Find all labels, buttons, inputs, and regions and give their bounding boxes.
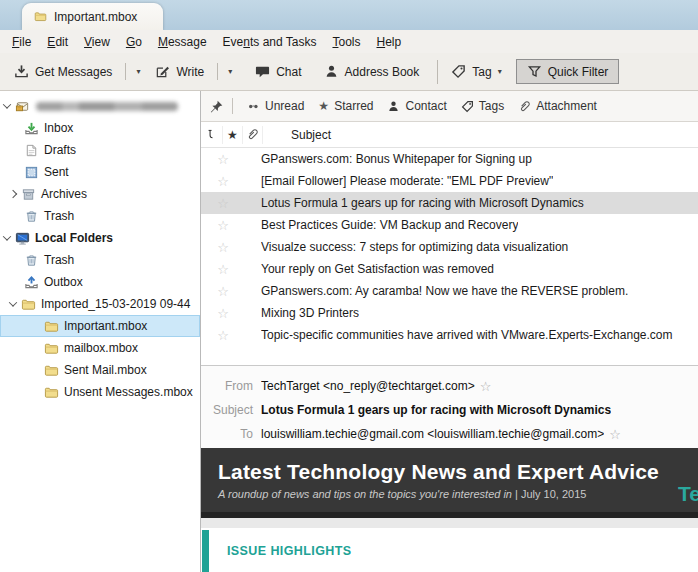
account-name-redacted <box>36 102 178 111</box>
filter-starred[interactable]: ★ Starred <box>318 99 373 113</box>
star-toggle-icon[interactable]: ☆ <box>213 240 233 255</box>
write-dropdown[interactable]: ▾ <box>223 62 237 81</box>
sidebar-item-sent[interactable]: Sent <box>0 161 200 183</box>
menu-edit[interactable]: Edit <box>39 33 76 51</box>
subject-column-header[interactable]: Subject <box>291 128 331 142</box>
main-toolbar: Get Messages ▾ Write ▾ Chat Address Book… <box>0 53 698 91</box>
pin-icon[interactable] <box>209 99 224 114</box>
email-banner: Latest Technology News and Expert Advice… <box>201 448 698 518</box>
chat-button[interactable]: Chat <box>247 59 309 84</box>
message-subject: Topic-specific communities have arrived … <box>261 328 673 342</box>
message-row[interactable]: ☆ Your reply on Get Satisfaction was rem… <box>201 258 698 280</box>
star-toggle-icon[interactable]: ☆ <box>213 174 233 189</box>
tag-icon <box>451 64 466 79</box>
sidebar-item-inbox[interactable]: Inbox <box>0 117 200 139</box>
tab-bar: Important.mbox <box>0 0 698 30</box>
folder-icon <box>44 385 59 400</box>
banner-title: Latest Technology News and Expert Advice <box>218 460 698 484</box>
archive-icon <box>21 187 36 202</box>
get-messages-dropdown[interactable]: ▾ <box>131 62 145 81</box>
star-toggle-icon[interactable]: ☆ <box>213 284 233 299</box>
menu-events-and-tasks[interactable]: Events and Tasks <box>215 33 325 51</box>
chevron-right-icon[interactable] <box>9 190 17 198</box>
message-row[interactable]: ☆ GPanswers.com: Ay caramba! Now we have… <box>201 280 698 302</box>
filter-tags[interactable]: Tags <box>461 99 504 113</box>
star-toggle-icon[interactable]: ☆ <box>609 427 621 442</box>
star-toggle-icon[interactable]: ☆ <box>480 379 492 394</box>
sidebar-item-archives[interactable]: Archives <box>0 183 200 205</box>
subject-label: Subject <box>201 403 253 417</box>
sidebar-item-imported[interactable]: Imported_15-03-2019 09-44 <box>0 293 200 315</box>
sidebar-item-outbox[interactable]: Outbox <box>0 271 200 293</box>
issue-highlights-heading: ISSUE HIGHLIGHTS <box>227 544 351 558</box>
message-row[interactable]: ☆ Visualze success: 7 steps for optimizi… <box>201 236 698 258</box>
sidebar-item-local-folders[interactable]: Local Folders <box>0 227 200 249</box>
attachment-column-header[interactable] <box>243 126 263 144</box>
filter-attachment[interactable]: Attachment <box>518 99 597 113</box>
filter-unread[interactable]: Unread <box>247 99 304 113</box>
menu-help[interactable]: Help <box>368 33 409 51</box>
quick-filter-bar: Unread ★ Starred Contact Tags Attachment <box>201 91 698 122</box>
address-book-icon <box>324 64 339 79</box>
tag-button[interactable]: Tag ▾ <box>443 59 509 84</box>
tag-dropdown[interactable]: ▾ <box>498 67 502 76</box>
sidebar-item-important-mbox[interactable]: Important.mbox <box>0 315 200 337</box>
main-area: Inbox Drafts Sent Archives Trash <box>0 91 698 572</box>
write-button[interactable]: Write <box>147 59 212 84</box>
drafts-icon <box>24 143 39 158</box>
filter-contact[interactable]: Contact <box>387 99 446 113</box>
message-list: ☆ GPanswers.com: Bonus Whitepaper for Si… <box>201 148 698 366</box>
starred-column-header[interactable]: ★ <box>223 126 243 144</box>
star-toggle-icon[interactable]: ☆ <box>213 218 233 233</box>
sidebar-item-unsent-messages-mbox[interactable]: Unsent Messages.mbox <box>0 381 200 403</box>
chat-icon <box>255 64 270 79</box>
tab-important-mbox[interactable]: Important.mbox <box>22 3 163 30</box>
person-icon <box>387 100 400 113</box>
from-value: TechTarget <no_reply@techtarget.com> <box>261 379 475 393</box>
message-subject: GPanswers.com: Ay caramba! Now we have t… <box>261 284 628 298</box>
chevron-down-icon[interactable] <box>3 100 11 108</box>
divider <box>217 63 218 80</box>
folder-icon <box>21 297 36 312</box>
thread-column-header[interactable] <box>203 126 223 144</box>
subject-value: Lotus Formula 1 gears up for racing with… <box>261 403 611 417</box>
menu-view[interactable]: View <box>76 33 118 51</box>
get-messages-button[interactable]: Get Messages <box>6 59 120 84</box>
star-toggle-icon[interactable]: ☆ <box>213 306 233 321</box>
to-value: louiswilliam.techie@gmail.com <louiswill… <box>261 427 604 441</box>
message-body: Latest Technology News and Expert Advice… <box>201 448 698 572</box>
sidebar-item-trash[interactable]: Trash <box>0 205 200 227</box>
banner-subtitle: A roundup of news and tips on the topics… <box>218 488 698 500</box>
star-toggle-icon[interactable]: ☆ <box>213 328 233 343</box>
quick-filter-button[interactable]: Quick Filter <box>516 59 620 84</box>
thread-icon <box>206 128 219 141</box>
message-subject: Lotus Formula 1 gears up for racing with… <box>261 196 584 210</box>
menu-message[interactable]: Message <box>150 33 215 51</box>
star-toggle-icon[interactable]: ☆ <box>213 262 233 277</box>
chevron-down-icon[interactable] <box>9 298 17 306</box>
sidebar-item-local-trash[interactable]: Trash <box>0 249 200 271</box>
folder-pane: Inbox Drafts Sent Archives Trash <box>0 91 201 572</box>
message-row-selected[interactable]: ☆ Lotus Formula 1 gears up for racing wi… <box>201 192 698 214</box>
message-row[interactable]: ☆ [Email Follower] Please moderate: "EML… <box>201 170 698 192</box>
sidebar-item-drafts[interactable]: Drafts <box>0 139 200 161</box>
message-subject: Best Practices Guide: VM Backup and Reco… <box>261 218 518 232</box>
message-row[interactable]: ☆ GPanswers.com: Bonus Whitepaper for Si… <box>201 148 698 170</box>
message-row[interactable]: ☆ Topic-specific communities have arrive… <box>201 324 698 346</box>
outbox-icon <box>24 275 39 290</box>
menu-file[interactable]: File <box>4 33 39 51</box>
sidebar-item-sent-mail-mbox[interactable]: Sent Mail.mbox <box>0 359 200 381</box>
account-icon <box>15 99 30 114</box>
message-subject: [Email Follower] Please moderate: "EML P… <box>261 174 553 188</box>
menu-tools[interactable]: Tools <box>324 33 368 51</box>
address-book-button[interactable]: Address Book <box>316 59 428 84</box>
star-toggle-icon[interactable]: ☆ <box>213 152 233 167</box>
sidebar-item-mailbox-mbox[interactable]: mailbox.mbox <box>0 337 200 359</box>
menu-go[interactable]: Go <box>118 33 150 51</box>
sidebar-item-account[interactable] <box>0 95 200 117</box>
star-toggle-icon[interactable]: ☆ <box>213 196 233 211</box>
message-header-pane: From TechTarget <no_reply@techtarget.com… <box>201 366 698 448</box>
message-row[interactable]: ☆ Best Practices Guide: VM Backup and Re… <box>201 214 698 236</box>
message-row[interactable]: ☆ Mixing 3D Printers <box>201 302 698 324</box>
chevron-down-icon[interactable] <box>3 232 11 240</box>
